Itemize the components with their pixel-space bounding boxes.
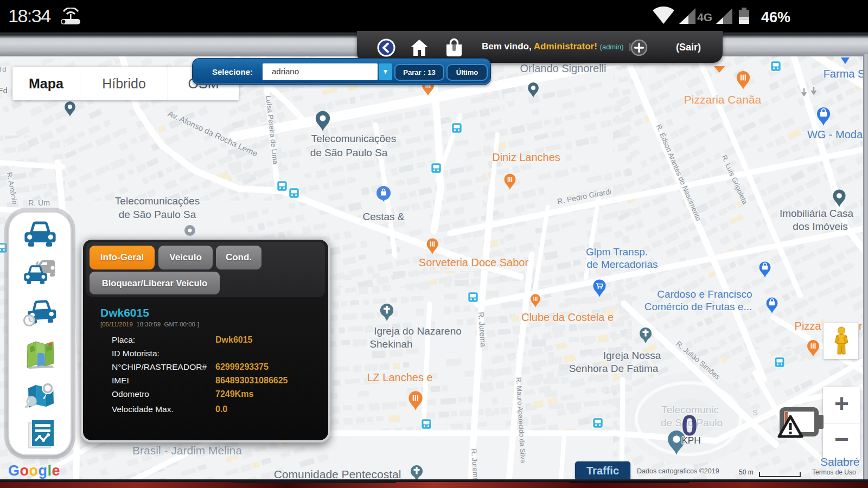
svg-text:de São Paulo Sa: de São Paulo Sa (310, 147, 388, 158)
svg-text:Diniz Lanches: Diniz Lanches (492, 151, 560, 163)
svg-text:dos Imóveis: dos Imóveis (793, 221, 847, 232)
svg-text:WG - Modas: WG - Modas (807, 129, 868, 140)
svg-text:de São Paulo Sa: de São Paulo Sa (119, 209, 196, 220)
svg-text:Ed: Ed (0, 86, 8, 95)
svg-text:LZ Lanches e: LZ Lanches e (367, 371, 432, 383)
svg-text:Orlando Signorelli: Orlando Signorelli (520, 62, 607, 74)
svg-text:Glpm Transp.: Glpm Transp. (586, 246, 648, 258)
svg-text:Comércio de Frutas e...: Comércio de Frutas e... (644, 301, 752, 312)
svg-text:4G: 4G (697, 11, 712, 23)
svg-text:Telecomunicações: Telecomunicações (311, 133, 396, 144)
svg-text:Farma S: Farma S (824, 68, 865, 80)
svg-text:Igreja Nossa: Igreja Nossa (603, 350, 661, 361)
svg-text:Telecomunicações: Telecomunicações (115, 195, 200, 207)
svg-text:Clube da Costela e: Clube da Costela e (521, 311, 614, 323)
svg-text:Imobiliária Casa: Imobiliária Casa (780, 208, 854, 219)
svg-text:Igreja do Nazareno: Igreja do Nazareno (374, 325, 462, 337)
svg-text:Pizzaria Canãa: Pizzaria Canãa (684, 93, 762, 106)
svg-text:Shekinah: Shekinah (369, 338, 412, 350)
svg-text:KPH: KPH (682, 435, 701, 446)
svg-text:Sorveteria Doce Sabor: Sorveteria Doce Sabor (419, 256, 529, 268)
svg-text:Pizza: Pizza (795, 320, 822, 332)
svg-text:s: s (752, 406, 758, 418)
svg-text:de Mercadorias: de Mercadorias (587, 259, 658, 270)
svg-text:R. Um: R. Um (28, 198, 50, 207)
svg-text:46%: 46% (761, 9, 790, 25)
svg-text:Cestas &: Cestas & (362, 211, 404, 222)
svg-text:Brasil - Jardim Melina: Brasil - Jardim Melina (132, 444, 242, 457)
svg-text:Senhora De Fatima: Senhora De Fatima (569, 363, 659, 374)
svg-text:Comunidade Pentecostal: Comunidade Pentecostal (274, 468, 401, 480)
svg-text:Cardoso e Francisco: Cardoso e Francisco (657, 288, 752, 300)
svg-text:Td: Td (0, 65, 7, 73)
